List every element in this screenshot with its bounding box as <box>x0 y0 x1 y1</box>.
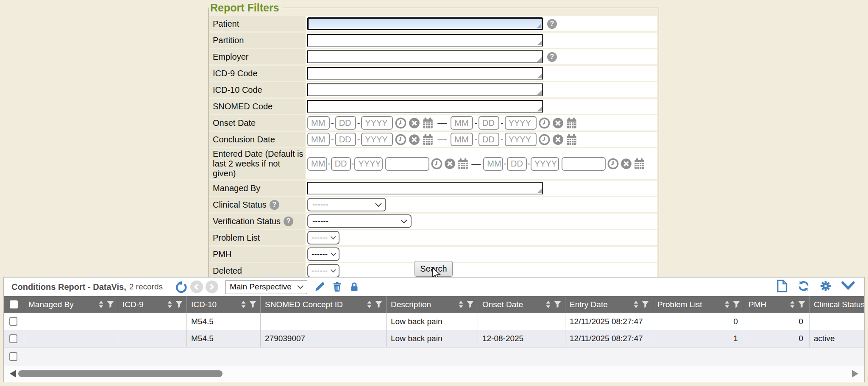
clinical-status-help-icon[interactable]: ? <box>270 200 279 210</box>
filter-icon[interactable] <box>798 301 805 308</box>
problem-list-control: ------ <box>306 230 657 245</box>
calendar-icon[interactable] <box>634 158 645 169</box>
conclusion-end-day-input[interactable] <box>479 133 499 146</box>
filter-icon[interactable] <box>107 301 114 308</box>
filter-icon[interactable] <box>642 301 649 308</box>
collapse-icon[interactable] <box>841 281 855 293</box>
filter-icon[interactable] <box>554 301 561 308</box>
icd10-input[interactable] <box>307 83 543 96</box>
entered-start-time-input[interactable] <box>385 157 429 171</box>
scroll-left-arrow-icon[interactable] <box>10 370 16 378</box>
employer-help-icon[interactable]: ? <box>547 52 557 62</box>
calendar-icon[interactable] <box>566 134 577 145</box>
refresh-icon[interactable] <box>797 280 810 294</box>
clear-icon[interactable] <box>552 134 564 145</box>
clock-icon[interactable] <box>395 134 406 145</box>
clock-icon[interactable] <box>539 134 550 145</box>
next-perspective-icon[interactable] <box>206 280 218 293</box>
chevron-down-icon <box>331 269 336 272</box>
partition-input[interactable] <box>307 34 543 47</box>
entered-end-year-input[interactable] <box>531 157 559 171</box>
patient-help-icon[interactable]: ? <box>547 19 557 29</box>
sort-icon[interactable] <box>633 301 639 308</box>
verification-status-help-icon[interactable]: ? <box>284 217 293 226</box>
entered-start-day-input[interactable] <box>331 157 351 171</box>
filter-icon[interactable] <box>733 301 740 308</box>
deleted-select[interactable]: ------ <box>307 264 339 278</box>
row-checkbox[interactable] <box>9 317 17 326</box>
onset-end-day-input[interactable] <box>479 116 499 130</box>
onset-start-year-input[interactable] <box>361 116 393 130</box>
clear-icon[interactable] <box>409 134 420 145</box>
calendar-icon[interactable] <box>566 117 577 129</box>
snomed-input[interactable] <box>307 100 543 113</box>
sort-icon[interactable] <box>458 301 464 308</box>
conclusion-start-day-input[interactable] <box>335 133 356 146</box>
filter-icon[interactable] <box>467 301 474 308</box>
lock-icon[interactable] <box>349 281 359 292</box>
sort-icon[interactable] <box>367 301 372 308</box>
entered-start-year-input[interactable] <box>354 157 383 171</box>
clock-icon[interactable] <box>607 158 619 169</box>
undo-icon[interactable] <box>175 280 188 294</box>
row-checkbox[interactable] <box>9 334 17 343</box>
sort-icon[interactable] <box>545 301 551 308</box>
managed-by-input[interactable] <box>307 182 543 194</box>
clear-icon[interactable] <box>409 117 420 129</box>
conclusion-start-month-input[interactable] <box>307 133 330 146</box>
clock-icon[interactable] <box>395 117 406 129</box>
row-checkbox[interactable] <box>9 352 17 361</box>
scroll-right-arrow-icon[interactable] <box>852 370 858 378</box>
perspective-select[interactable]: Main Perspective <box>225 280 307 294</box>
clinical-status-label: Clinical Status ? <box>209 197 305 212</box>
entered-end-month-input[interactable] <box>483 157 503 171</box>
filter-icon[interactable] <box>375 301 382 308</box>
icd9-input[interactable] <box>307 67 543 80</box>
conclusion-start-year-input[interactable] <box>361 133 393 146</box>
icd10-label: ICD-10 Code <box>209 82 305 97</box>
clear-icon[interactable] <box>552 117 564 129</box>
select-all-checkbox[interactable] <box>10 300 18 308</box>
cell-icd10: M54.5 <box>186 330 260 347</box>
entered-start-month-input[interactable] <box>307 157 327 171</box>
calendar-icon[interactable] <box>422 117 434 129</box>
cell-snomed <box>260 313 386 330</box>
date-separator: - <box>474 118 477 128</box>
sort-icon[interactable] <box>790 301 795 308</box>
sort-icon[interactable] <box>98 301 104 308</box>
clock-icon[interactable] <box>431 158 442 169</box>
verification-status-select[interactable]: ------ <box>307 214 412 228</box>
scrollbar-thumb[interactable] <box>18 370 223 377</box>
previous-perspective-icon[interactable] <box>190 280 203 293</box>
onset-end-year-input[interactable] <box>505 116 537 130</box>
clock-icon[interactable] <box>539 117 550 129</box>
filter-row-verification-status: Verification Status ? ------ <box>209 214 657 229</box>
edit-perspective-icon[interactable] <box>314 281 325 292</box>
sort-icon[interactable] <box>724 301 730 308</box>
patient-input[interactable] <box>307 17 543 30</box>
settings-icon[interactable] <box>819 280 832 294</box>
entered-end-day-input[interactable] <box>507 157 527 171</box>
sort-icon[interactable] <box>167 301 172 308</box>
clear-icon[interactable] <box>444 158 456 169</box>
conclusion-end-month-input[interactable] <box>451 133 473 146</box>
cell-description: Low back pain <box>386 330 478 347</box>
problem-list-select[interactable]: ------ <box>307 231 339 244</box>
sort-icon[interactable] <box>241 301 246 308</box>
entered-end-time-input[interactable] <box>562 157 606 171</box>
delete-perspective-icon[interactable] <box>332 281 342 292</box>
clinical-status-select[interactable]: ------ <box>307 198 386 211</box>
onset-end-month-input[interactable] <box>451 116 473 130</box>
calendar-icon[interactable] <box>422 134 434 145</box>
pmh-select[interactable]: ------ <box>307 247 339 261</box>
employer-input[interactable] <box>307 50 543 63</box>
new-report-icon[interactable] <box>776 280 788 294</box>
filter-icon[interactable] <box>249 301 256 308</box>
onset-start-month-input[interactable] <box>307 116 330 130</box>
onset-start-day-input[interactable] <box>335 116 356 130</box>
calendar-icon[interactable] <box>457 158 469 169</box>
icd9-control <box>306 66 657 81</box>
clear-icon[interactable] <box>620 158 632 169</box>
filter-icon[interactable] <box>175 301 183 308</box>
conclusion-end-year-input[interactable] <box>505 133 537 146</box>
